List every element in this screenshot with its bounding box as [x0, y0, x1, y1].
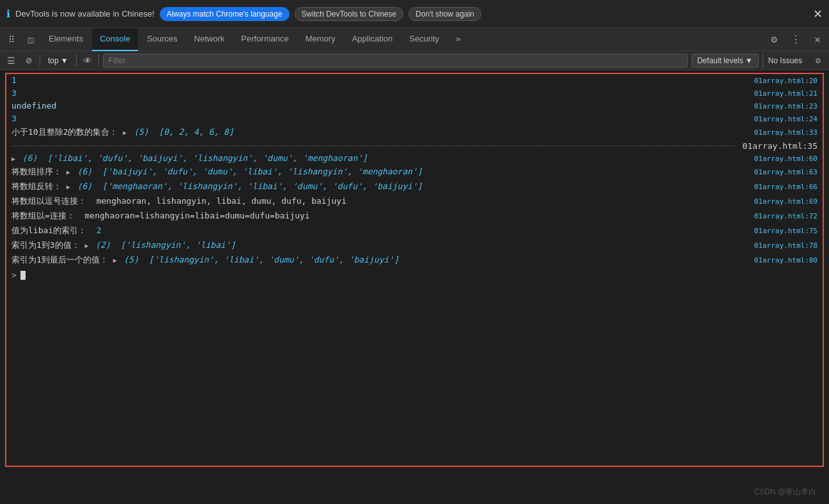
- line-content: 值为libai的索引： 2: [12, 225, 744, 236]
- notification-bar: ℹ DevTools is now available in Chinese! …: [0, 0, 829, 28]
- tab-application[interactable]: Application: [345, 28, 401, 51]
- eye-icon[interactable]: 👁: [81, 54, 95, 68]
- switch-chinese-button[interactable]: Switch DevTools to Chinese: [295, 7, 404, 21]
- console-line: ▶ (6) ['libai', 'dufu', 'baijuyi', 'lish…: [6, 152, 823, 165]
- line-content: 将数组反转： ▶ (6) ['menghaoran', 'lishangyin'…: [12, 181, 744, 192]
- line-content: 索引为1到最后一个的值： ▶ (5) ['lishangyin', 'libai…: [12, 254, 744, 266]
- console-line: 将数组排序： ▶ (6) ['baijuyi', 'dufu', 'dumu',…: [6, 165, 823, 179]
- line-ref[interactable]: 01array.html:21: [754, 89, 817, 98]
- console-prompt: >: [12, 270, 17, 280]
- default-levels-arrow-icon: ▼: [745, 56, 753, 65]
- line-ref[interactable]: 01array.html:60: [754, 155, 817, 163]
- devtools-icon-2[interactable]: ◫: [22, 31, 40, 49]
- line-content: 索引为1到3的值： ▶ (2) ['lishangyin', 'libai']: [12, 240, 744, 251]
- console-line: 将数组以逗号连接： menghaoran, lishangyin, libai,…: [6, 194, 823, 209]
- line-content: 将数组排序： ▶ (6) ['baijuyi', 'dufu', 'dumu',…: [12, 166, 744, 178]
- close-devtools-button[interactable]: ✕: [809, 31, 826, 49]
- line-ref[interactable]: 01array.html:78: [754, 241, 817, 250]
- console-line: 索引为1到最后一个的值： ▶ (5) ['lishangyin', 'libai…: [6, 253, 823, 268]
- console-line: 索引为1到3的值： ▶ (2) ['lishangyin', 'libai']0…: [6, 238, 823, 253]
- default-levels-label: Default levels: [697, 56, 743, 65]
- line-content: 将数组以=连接： menghaoran=lishangyin=libai=dum…: [12, 210, 744, 222]
- no-issues-badge: No Issues: [763, 54, 807, 68]
- sidebar-toggle-icon[interactable]: ☰: [4, 54, 18, 68]
- line-content: 3: [12, 114, 744, 123]
- console-line: 301array.html:21: [6, 87, 823, 100]
- tab-sources[interactable]: Sources: [139, 28, 185, 51]
- line-ref[interactable]: 01array.html:72: [754, 212, 817, 220]
- console-line: 将数组以=连接： menghaoran=lishangyin=libai=dum…: [6, 209, 823, 224]
- tab-bar: ⠿ ◫ Elements Console Sources Network Per…: [0, 28, 829, 51]
- line-content: 1: [12, 75, 744, 85]
- clear-console-icon[interactable]: ⊘: [22, 54, 36, 68]
- line-ref[interactable]: 01array.html:80: [754, 256, 817, 264]
- notification-close-button[interactable]: ✕: [813, 7, 823, 21]
- line-ref[interactable]: 01array.html:69: [754, 197, 817, 206]
- toolbar-divider-1: [40, 54, 40, 67]
- console-line: 301array.html:24: [6, 112, 823, 125]
- more-button[interactable]: ⋮: [787, 31, 805, 49]
- context-label: top: [48, 56, 59, 65]
- watermark: CSDN @寒山李白: [754, 487, 816, 498]
- line-ref[interactable]: 01array.html:24: [754, 115, 817, 123]
- context-selector[interactable]: top ▼: [44, 55, 72, 66]
- line-ref[interactable]: 01array.html:23: [754, 102, 817, 111]
- console-toolbar: ☰ ⊘ top ▼ 👁 Default levels ▼ No Issues ⚙: [0, 51, 829, 70]
- line-content: 小于10且整除2的数的集合： ▶ (5) [0, 2, 4, 6, 8]: [12, 126, 744, 138]
- toolbar-divider-3: [98, 54, 99, 67]
- console-line: undefined01array.html:23: [6, 100, 823, 112]
- console-separator-line: 01array.html:35: [6, 140, 823, 152]
- notification-text: DevTools is now available in Chinese!: [15, 9, 155, 19]
- line-content: 3: [12, 88, 744, 98]
- line-ref[interactable]: 01array.html:35: [743, 141, 817, 151]
- tab-performance[interactable]: Performance: [233, 28, 296, 51]
- line-ref[interactable]: 01array.html:75: [754, 227, 817, 235]
- context-arrow-icon: ▼: [61, 56, 68, 65]
- filter-input[interactable]: [103, 54, 688, 68]
- line-ref[interactable]: 01array.html:66: [754, 183, 817, 191]
- default-levels-button[interactable]: Default levels ▼: [692, 54, 759, 68]
- console-settings-icon[interactable]: ⚙: [811, 54, 825, 68]
- always-match-button[interactable]: Always match Chrome's language: [160, 7, 290, 21]
- tab-more[interactable]: »: [448, 28, 468, 51]
- console-output-area: 101array.html:20301array.html:21undefine…: [5, 73, 824, 467]
- tab-security[interactable]: Security: [401, 28, 447, 51]
- line-content: undefined: [12, 101, 744, 111]
- tab-network[interactable]: Network: [187, 28, 233, 51]
- console-line: 小于10且整除2的数的集合： ▶ (5) [0, 2, 4, 6, 8]01ar…: [6, 125, 823, 140]
- info-icon: ℹ: [6, 8, 10, 20]
- dont-show-button[interactable]: Don't show again: [408, 7, 481, 21]
- tab-console[interactable]: Console: [92, 28, 138, 51]
- console-cursor: [20, 271, 26, 280]
- line-ref[interactable]: 01array.html:20: [754, 77, 817, 85]
- console-input-line[interactable]: >: [6, 268, 823, 282]
- line-ref[interactable]: 01array.html:63: [754, 168, 817, 176]
- settings-button[interactable]: ⚙: [765, 31, 783, 49]
- line-ref[interactable]: 01array.html:33: [754, 128, 817, 137]
- tab-elements[interactable]: Elements: [41, 28, 91, 51]
- console-line: 值为libai的索引： 201array.html:75: [6, 224, 823, 238]
- console-line: 101array.html:20: [6, 74, 823, 87]
- tab-memory[interactable]: Memory: [298, 28, 343, 51]
- toolbar-divider-2: [76, 54, 77, 67]
- line-content: 将数组以逗号连接： menghaoran, lishangyin, libai,…: [12, 195, 744, 207]
- devtools-icon-1[interactable]: ⠿: [3, 31, 20, 49]
- line-content: ▶ (6) ['libai', 'dufu', 'baijuyi', 'lish…: [12, 153, 744, 163]
- console-line: 将数组反转： ▶ (6) ['menghaoran', 'lishangyin'…: [6, 179, 823, 194]
